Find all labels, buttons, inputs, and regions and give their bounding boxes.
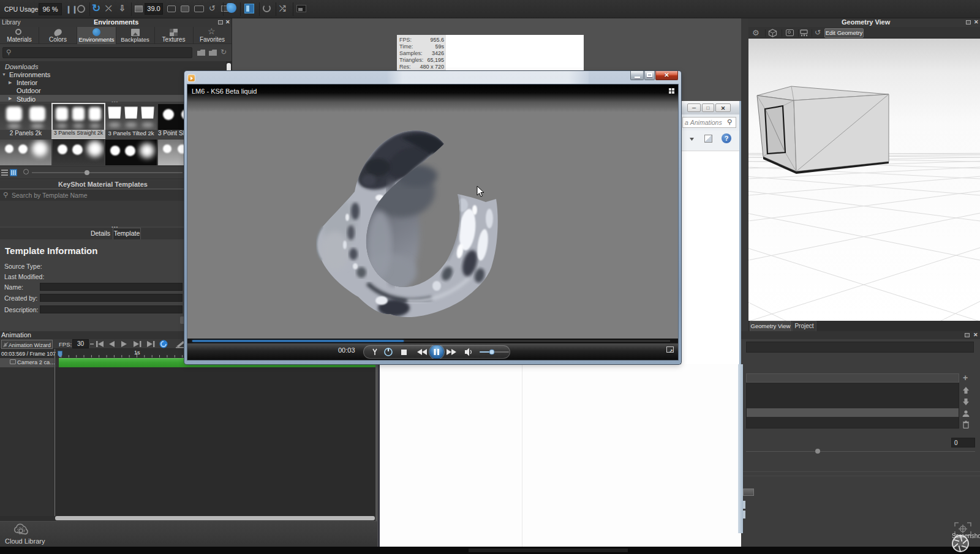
svg-text:1s: 1s xyxy=(134,350,140,356)
